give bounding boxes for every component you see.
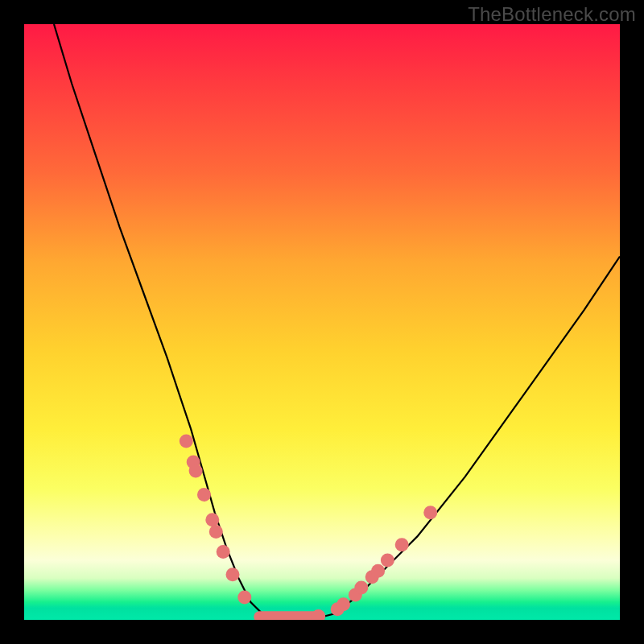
data-dot (354, 581, 368, 595)
data-dots (180, 435, 437, 621)
data-dot (423, 506, 437, 519)
data-dot (189, 464, 203, 478)
data-dot (371, 564, 385, 578)
bottleneck-curve (54, 24, 620, 620)
data-dot (209, 525, 223, 539)
plot-area (24, 24, 620, 620)
data-dot (365, 570, 379, 584)
data-dot (349, 588, 362, 601)
data-dot (395, 538, 409, 551)
data-dot (381, 554, 394, 568)
data-dot (217, 545, 230, 559)
data-dot (197, 488, 211, 502)
chart-frame: TheBottleneck.com (0, 0, 644, 644)
data-dot (237, 590, 251, 604)
data-dot (226, 568, 240, 581)
data-dot (312, 609, 325, 620)
curve-layer (24, 24, 620, 620)
data-dot (187, 455, 200, 469)
data-dot (331, 602, 345, 616)
data-dot (336, 597, 350, 611)
data-dot (180, 435, 193, 448)
watermark-text: TheBottleneck.com (468, 3, 636, 26)
data-dot (205, 513, 219, 526)
